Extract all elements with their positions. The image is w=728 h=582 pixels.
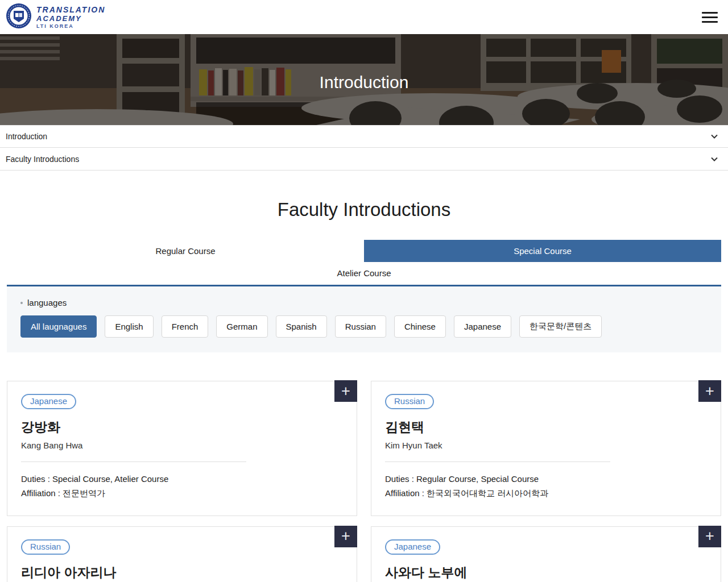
tab-special-course[interactable]: Special Course — [364, 240, 721, 262]
card-divider — [385, 462, 610, 462]
filter-russian[interactable]: Russian — [335, 315, 386, 338]
tab-regular-course[interactable]: Regular Course — [7, 240, 364, 262]
filter-korean-literature[interactable]: 한국문학/콘텐츠 — [519, 315, 602, 338]
expand-card-plus-icon[interactable]: + — [698, 380, 721, 402]
expand-card-plus-icon[interactable]: + — [334, 380, 357, 402]
accordion-item-introduction[interactable]: Introduction — [0, 125, 728, 148]
hero-title: Introduction — [0, 34, 728, 125]
faculty-affiliation: Affiliation : 한국외국어대학교 러시아어학과 — [385, 487, 707, 501]
logo-text: TRANSLATION ACADEMY LTI KOREA — [36, 6, 105, 29]
accordion-item-faculty-introductions[interactable]: Faculty Introductions — [0, 148, 728, 171]
language-filter-panel: languages All laugnagues English French … — [7, 286, 721, 352]
academy-seal-icon — [6, 3, 32, 31]
menu-hamburger-icon[interactable] — [702, 9, 718, 26]
chevron-down-icon — [710, 155, 719, 164]
faculty-name-korean: 사와다 노부에 — [385, 564, 707, 581]
filter-all-languages[interactable]: All laugnagues — [20, 315, 97, 338]
hero-banner: Introduction — [0, 34, 728, 125]
logo-line-1: TRANSLATION — [36, 6, 105, 14]
accordion-label: Faculty Introductions — [6, 155, 79, 164]
faculty-card: + Japanese 강방화 Kang Bang Hwa Duties : Sp… — [7, 381, 357, 516]
filter-english[interactable]: English — [105, 315, 153, 338]
language-badge: Russian — [385, 394, 434, 409]
card-divider — [21, 462, 246, 462]
filter-french[interactable]: French — [162, 315, 209, 338]
faculty-card: + Russian 김현택 Kim Hyun Taek Duties : Reg… — [371, 381, 721, 516]
faculty-card: + Japanese 사와다 노부에 Sawada(Park) Nobue — [371, 526, 721, 582]
top-header: TRANSLATION ACADEMY LTI KOREA — [0, 0, 728, 34]
filter-german[interactable]: German — [216, 315, 267, 338]
logo-line-2: ACADEMY — [36, 15, 105, 22]
faculty-duties: Duties : Regular Course, Special Course — [385, 472, 707, 487]
faculty-card-grid: + Japanese 강방화 Kang Bang Hwa Duties : Sp… — [7, 381, 721, 582]
faculty-name-english: Kim Hyun Taek — [385, 440, 707, 450]
tab-atelier-course[interactable]: Atelier Course — [7, 262, 721, 284]
language-badge: Russian — [21, 539, 70, 555]
faculty-name-korean: 강방화 — [21, 418, 343, 436]
faculty-name-korean: 김현택 — [385, 418, 707, 436]
language-badge: Japanese — [385, 539, 440, 555]
course-tabs: Regular Course Special Course Atelier Co… — [7, 240, 721, 284]
accordion-label: Introduction — [6, 132, 47, 141]
faculty-card: + Russian 리디아 아자리나 Lidia Azarina — [7, 526, 357, 582]
filter-chinese[interactable]: Chinese — [394, 315, 446, 338]
faculty-affiliation: Affiliation : 전문번역가 — [21, 487, 343, 501]
chevron-down-icon — [710, 132, 719, 141]
language-chip-row: All laugnagues English French German Spa… — [20, 315, 708, 338]
filter-japanese[interactable]: Japanese — [454, 315, 511, 338]
site-logo[interactable]: TRANSLATION ACADEMY LTI KOREA — [6, 3, 105, 31]
faculty-name-english: Kang Bang Hwa — [21, 440, 343, 450]
bullet-dot-icon — [20, 302, 23, 304]
filter-spanish[interactable]: Spanish — [276, 315, 327, 338]
expand-card-plus-icon[interactable]: + — [334, 526, 357, 547]
page-title: Faculty Introductions — [0, 199, 728, 221]
filter-label: languages — [27, 298, 67, 307]
logo-line-3: LTI KOREA — [36, 24, 105, 29]
faculty-name-korean: 리디아 아자리나 — [21, 564, 343, 581]
expand-card-plus-icon[interactable]: + — [698, 526, 721, 547]
section-accordion: Introduction Faculty Introductions — [0, 125, 728, 171]
language-badge: Japanese — [21, 394, 76, 409]
faculty-duties: Duties : Special Course, Atelier Course — [21, 472, 343, 487]
